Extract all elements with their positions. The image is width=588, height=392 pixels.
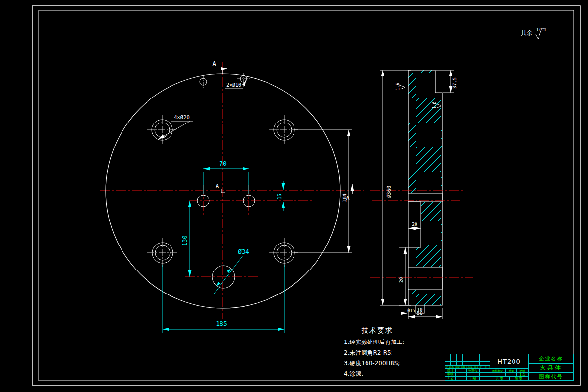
section-label-top: A xyxy=(212,60,216,67)
dim-130: 130 xyxy=(181,235,188,246)
tech-req-2: 2.未注圆角R2-R5; xyxy=(344,349,393,356)
tech-requirements-list: 1.经实效处理后再加工;2.未注圆角R2-R5;3.硬度160-200HBS;4… xyxy=(344,337,405,379)
std-sign-cell xyxy=(479,368,490,372)
check-sign-cell xyxy=(456,372,466,376)
side-view: Ø360 37.5 20 20 Ø15 10 50 1.6 1.6 xyxy=(370,70,473,319)
dim-37-5: 37.5 xyxy=(452,77,457,89)
revision-header-row: 标记 处数 分区 更改文件号 签名 年、月、日 xyxy=(445,365,490,368)
stamp-value-cell xyxy=(490,373,506,377)
process-label: 工艺 xyxy=(445,376,456,381)
section-label-right: A xyxy=(346,195,350,202)
material-value: HT200 xyxy=(490,354,528,369)
rev-cell xyxy=(451,354,457,365)
drawing-frame xyxy=(32,6,580,385)
standardization-label: 标准化 xyxy=(466,368,479,372)
callout-2xd10: 2×Ø10 xyxy=(226,82,241,88)
roughness-right-value: 1.6 xyxy=(432,101,437,109)
dim-70: 70 xyxy=(219,160,227,167)
roughness-left: 1.6 xyxy=(396,83,405,90)
process-sign-cell xyxy=(456,376,466,381)
weight-header: 重量 xyxy=(506,369,516,373)
surface-note-prefix: 其余 xyxy=(521,29,533,36)
dim-d15: Ø15 xyxy=(407,308,415,313)
rev-cell xyxy=(479,354,490,365)
cad-drawing-screen: 70 16 130 185 Ø34 4×Ø20 2×Ø10 184 xyxy=(0,0,588,392)
rev-line xyxy=(445,361,490,362)
date-label: 日期 xyxy=(466,376,479,381)
dim-20-bore: 20 xyxy=(412,221,417,227)
drawing-canvas: 70 16 130 185 Ø34 4×Ø20 2×Ø10 184 xyxy=(0,0,588,392)
tech-req-3: 3.硬度160-200HBS; xyxy=(344,360,400,367)
rev-cell xyxy=(445,354,451,365)
front-view: 70 16 130 185 Ø34 4×Ø20 2×Ø10 184 xyxy=(100,60,364,333)
sheet-total-cell: 共 页 xyxy=(490,377,509,381)
surface-note-value: 12.5 xyxy=(536,27,546,32)
blank-cell xyxy=(466,372,479,376)
roughness-left-value: 1.6 xyxy=(396,83,400,90)
surface-default-note: 其余 12.5 xyxy=(521,27,546,39)
blank-cell xyxy=(479,376,490,381)
dim-16: 16 xyxy=(276,194,283,200)
weight-value-cell xyxy=(506,373,516,377)
dim-50: 50 xyxy=(417,310,423,316)
rev-cell xyxy=(457,354,463,365)
rev-line xyxy=(445,358,490,358)
tech-req-4: 4.涂漆. xyxy=(344,370,363,377)
stamp-header: 图样标记 xyxy=(490,369,506,373)
design-label: 设计 xyxy=(445,368,456,372)
centerlines xyxy=(100,62,364,318)
drawing-code: 图样代号 xyxy=(528,372,574,381)
section-marks: A A A xyxy=(212,60,352,202)
section-label-center: A xyxy=(216,183,219,189)
callout-4xd20: 4×Ø20 xyxy=(174,114,190,120)
design-sign-cell xyxy=(456,368,466,372)
dim-20-height: 20 xyxy=(398,277,404,283)
dim-d360: Ø360 xyxy=(386,186,392,198)
part-name: 夹具体 xyxy=(528,363,574,372)
check-label: 审核 xyxy=(445,372,456,376)
sheet-number-cell: 第 页 xyxy=(509,377,528,381)
rev-cell xyxy=(463,354,479,365)
scale-header: 比例 xyxy=(516,369,528,373)
tech-req-1: 1.经实效处理后再加工; xyxy=(344,339,405,345)
dim-185: 185 xyxy=(216,320,227,327)
front-callouts: 4×Ø20 2×Ø10 184 xyxy=(158,80,352,253)
tech-requirements-title: 技术要求 xyxy=(362,326,393,335)
title-block: 标记 处数 分区 更改文件号 签名 年、月、日 设计 标准化 审核 工艺 日期 … xyxy=(445,354,574,381)
blank-cell xyxy=(479,372,490,376)
scale-value: 1:1 xyxy=(516,373,528,377)
company-name: 企业名称 xyxy=(528,354,574,363)
dim-d34: Ø34 xyxy=(238,248,249,255)
front-dimensions: 70 16 130 185 Ø34 xyxy=(163,160,284,333)
